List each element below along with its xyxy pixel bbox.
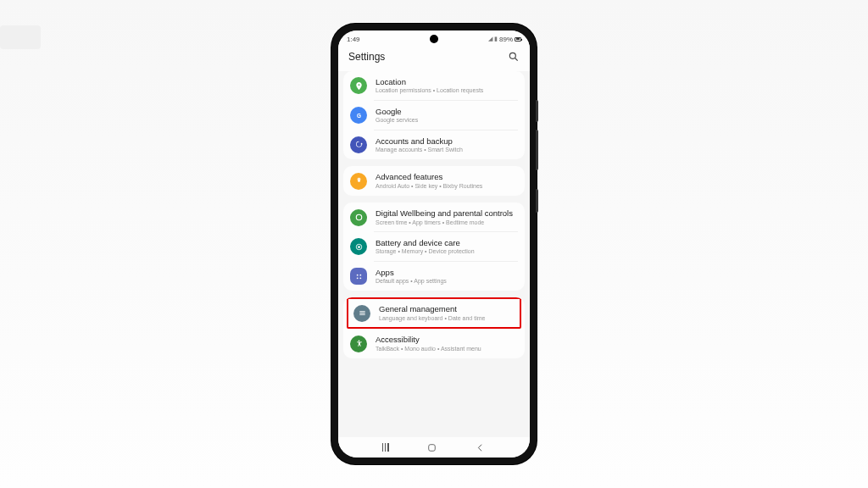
item-text: LocationLocation permissions • Location … xyxy=(376,77,518,95)
item-text: Advanced featuresAndroid Auto • Side key… xyxy=(376,172,518,190)
item-text: GoogleGoogle services xyxy=(376,107,518,125)
item-subtitle: Screen time • App timers • Bedtime mode xyxy=(376,219,518,226)
item-subtitle: Default apps • App settings xyxy=(376,278,518,285)
svg-point-8 xyxy=(359,274,361,275)
svg-point-10 xyxy=(359,277,361,279)
backup-icon xyxy=(350,136,367,153)
navigation-bar xyxy=(338,437,530,458)
item-title: Apps xyxy=(376,268,518,277)
settings-list[interactable]: LocationLocation permissions • Location … xyxy=(338,71,530,437)
home-button[interactable] xyxy=(426,442,437,453)
item-text: Digital Wellbeing and parental controlsS… xyxy=(376,208,518,226)
svg-line-1 xyxy=(515,58,518,61)
svg-rect-11 xyxy=(359,312,364,313)
status-time: 1:49 xyxy=(347,36,360,43)
settings-item-general[interactable]: General managementLanguage and keyboard … xyxy=(348,299,520,327)
svg-point-4 xyxy=(356,214,361,219)
general-icon xyxy=(353,305,370,322)
svg-point-7 xyxy=(356,274,358,275)
settings-item-wellbeing[interactable]: Digital Wellbeing and parental controlsS… xyxy=(343,202,525,232)
item-title: Accessibility xyxy=(376,335,518,344)
item-title: Google xyxy=(376,107,518,116)
battery-icon xyxy=(350,238,367,255)
item-subtitle: Manage accounts • Smart Switch xyxy=(376,147,518,153)
svg-point-9 xyxy=(356,277,358,279)
item-subtitle: Language and keyboard • Date and time xyxy=(379,315,515,322)
item-subtitle: Storage • Memory • Device protection xyxy=(376,248,518,255)
camera-notch xyxy=(430,35,438,43)
phone-frame: 1:49 ◢ ▮ 89% Settings LocationLocation p… xyxy=(331,24,537,464)
settings-item-accessibility[interactable]: AccessibilityTalkBack • Mono audio • Ass… xyxy=(343,329,525,358)
item-title: Digital Wellbeing and parental controls xyxy=(376,208,518,218)
battery-icon xyxy=(515,37,521,42)
item-title: Battery and device care xyxy=(376,238,518,247)
location-icon xyxy=(350,77,367,94)
svg-rect-15 xyxy=(428,444,435,451)
item-title: General management xyxy=(379,304,515,313)
highlight-annotation: General managementLanguage and keyboard … xyxy=(347,297,521,329)
svg-point-0 xyxy=(509,53,515,58)
page-title: Settings xyxy=(348,51,385,63)
wifi-icon: ◢ xyxy=(488,36,492,42)
volume-down-button xyxy=(536,130,538,170)
advanced-icon xyxy=(350,173,367,190)
settings-group: Advanced featuresAndroid Auto • Side key… xyxy=(343,166,525,196)
item-text: Battery and device careStorage • Memory … xyxy=(376,238,518,256)
item-subtitle: Google services xyxy=(376,117,518,124)
settings-group: Digital Wellbeing and parental controlsS… xyxy=(343,202,525,291)
settings-header: Settings xyxy=(338,46,530,71)
recents-icon xyxy=(382,443,389,452)
search-button[interactable] xyxy=(508,51,520,63)
phone-screen: 1:49 ◢ ▮ 89% Settings LocationLocation p… xyxy=(338,30,530,458)
back-icon xyxy=(475,442,486,453)
settings-group: General managementLanguage and keyboard … xyxy=(343,297,525,358)
recents-button[interactable] xyxy=(382,443,389,452)
home-icon xyxy=(426,442,437,453)
settings-item-battery[interactable]: Battery and device careStorage • Memory … xyxy=(343,232,525,262)
svg-point-6 xyxy=(358,246,360,248)
svg-point-14 xyxy=(358,341,359,342)
apps-icon xyxy=(350,268,367,285)
accessibility-icon xyxy=(350,336,367,352)
item-title: Advanced features xyxy=(376,172,518,181)
search-icon xyxy=(508,51,520,63)
status-right: ◢ ▮ 89% xyxy=(488,36,521,43)
item-title: Accounts and backup xyxy=(376,136,518,146)
item-subtitle: Android Auto • Side key • Bixby Routines xyxy=(376,183,518,190)
item-subtitle: Location permissions • Location requests xyxy=(376,87,518,94)
battery-percent: 89% xyxy=(499,36,513,43)
page-side-decoration xyxy=(0,25,41,49)
power-button xyxy=(536,189,538,213)
item-text: AppsDefault apps • App settings xyxy=(376,268,518,286)
item-text: AccessibilityTalkBack • Mono audio • Ass… xyxy=(376,335,518,352)
item-text: General managementLanguage and keyboard … xyxy=(379,304,515,322)
back-button[interactable] xyxy=(475,442,486,453)
svg-rect-12 xyxy=(359,313,364,313)
settings-item-apps[interactable]: AppsDefault apps • App settings xyxy=(343,262,525,291)
item-title: Location xyxy=(376,77,518,86)
google-icon: G xyxy=(350,107,367,124)
svg-text:G: G xyxy=(357,112,361,118)
item-text: Accounts and backupManage accounts • Sma… xyxy=(376,136,518,154)
settings-item-location[interactable]: LocationLocation permissions • Location … xyxy=(343,71,525,101)
settings-group: LocationLocation permissions • Location … xyxy=(343,71,525,159)
wellbeing-icon xyxy=(350,209,367,226)
settings-item-accounts[interactable]: Accounts and backupManage accounts • Sma… xyxy=(343,130,525,160)
signal-icon: ▮ xyxy=(494,36,498,42)
svg-rect-13 xyxy=(359,314,364,315)
volume-up-button xyxy=(536,100,538,122)
settings-item-advanced[interactable]: Advanced featuresAndroid Auto • Side key… xyxy=(343,166,525,196)
settings-item-google[interactable]: GGoogleGoogle services xyxy=(343,101,525,130)
item-subtitle: TalkBack • Mono audio • Assistant menu xyxy=(376,346,518,352)
